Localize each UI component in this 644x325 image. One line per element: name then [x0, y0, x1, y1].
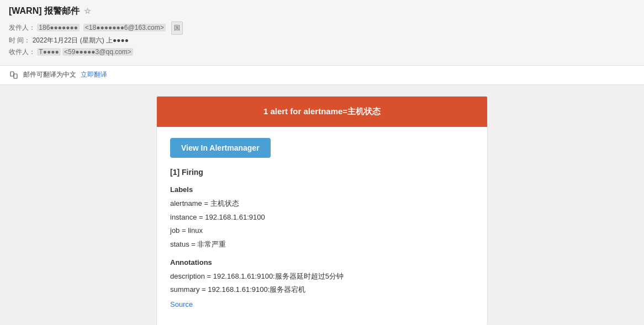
- email-body: 1 alert for alertname=主机状态 View In Alert…: [0, 85, 644, 325]
- from-label: 发件人：: [9, 24, 35, 31]
- email-to: 收件人： T●●●● <59●●●●●3@qq.com>: [9, 46, 635, 58]
- email-meta: 发件人： 186●●●●●●● <18●●●●●●●6@163.com> 国 时…: [9, 22, 635, 58]
- annotations-title: Annotations: [170, 258, 474, 267]
- label-alertname: alertname = 主机状态: [170, 197, 474, 211]
- annotation-summary: summary = 192.168.1.61:9100:服务器宕机: [170, 283, 474, 297]
- view-alertmanager-button[interactable]: View In Alertmanager: [170, 138, 271, 158]
- label-instance: instance = 192.168.1.61:9100: [170, 211, 474, 225]
- star-icon[interactable]: ☆: [84, 7, 91, 15]
- labels-title: Labels: [170, 185, 474, 194]
- content-card: 1 alert for alertname=主机状态 View In Alert…: [156, 96, 488, 325]
- annotation-description: description = 192.168.1.61:9100:服务器延时超过5…: [170, 270, 474, 284]
- card-body: View In Alertmanager [1] Firing Labels a…: [157, 127, 487, 325]
- svg-rect-0: [10, 72, 14, 76]
- translate-link[interactable]: 立即翻译: [81, 70, 107, 79]
- svg-rect-1: [14, 74, 17, 78]
- source-link[interactable]: Source: [170, 300, 193, 308]
- time-label: 时 间：: [9, 36, 30, 44]
- sender-name: 186●●●●●●●: [37, 24, 80, 31]
- translate-text: 邮件可翻译为中文: [23, 70, 76, 79]
- translate-bar: 邮件可翻译为中文 立即翻译: [0, 66, 644, 85]
- sender-email: <18●●●●●●●6@163.com>: [83, 24, 166, 31]
- email-header: [WARN] 报警邮件 ☆ 发件人： 186●●●●●●● <18●●●●●●●…: [0, 0, 644, 66]
- email-title-text: [WARN] 报警邮件: [9, 6, 80, 15]
- to-name: T●●●●: [37, 48, 60, 56]
- firing-title: [1] Firing: [170, 168, 474, 177]
- email-time: 时 间： 2022年1月22日 (星期六) 上●●●●: [9, 35, 635, 47]
- alert-banner: 1 alert for alertname=主机状态: [157, 97, 487, 127]
- label-status: status = 非常严重: [170, 238, 474, 252]
- to-email: <59●●●●●3@qq.com>: [62, 48, 133, 56]
- translate-icon: [9, 70, 19, 80]
- email-from: 发件人： 186●●●●●●● <18●●●●●●●6@163.com> 国: [9, 22, 635, 35]
- email-title: [WARN] 报警邮件 ☆: [9, 6, 635, 17]
- to-label: 收件人：: [9, 48, 35, 56]
- lang-tag: 国: [171, 22, 183, 35]
- time-value: 2022年1月22日 (星期六) 上●●●●: [33, 36, 129, 44]
- label-job: job = linux: [170, 224, 474, 238]
